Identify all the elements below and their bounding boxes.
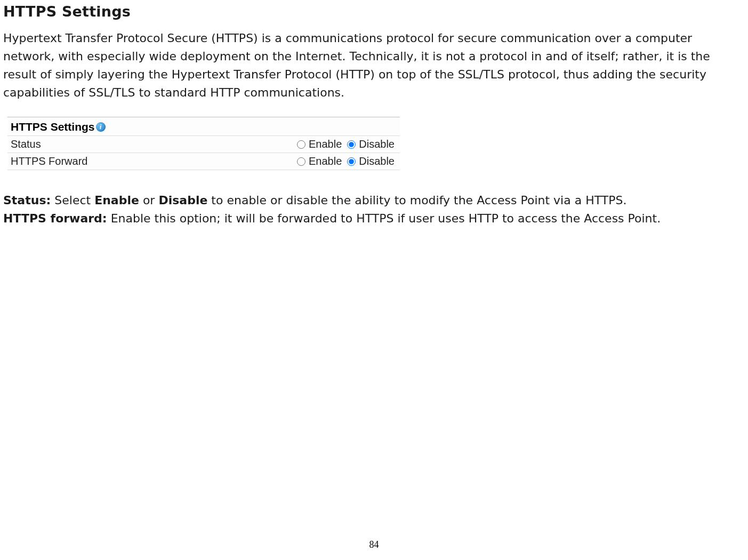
status-disable-label: Disable [359,138,395,150]
panel-header: HTTPS Settings i [7,117,400,135]
https-forward-disable-label: Disable [359,155,395,167]
definitions-block: Status: Select Enable or Disable to enab… [3,191,745,228]
status-disable-radio[interactable] [347,140,356,149]
status-label: Status [11,138,41,150]
https-forward-disable-radio[interactable] [347,157,356,166]
page-number: 84 [0,539,748,550]
document-page: HTTPS Settings Hypertext Transfer Protoc… [0,0,748,560]
status-row: Status Enable Disable [7,135,400,153]
https-forward-enable-radio[interactable] [297,157,305,166]
status-definition: Status: Select Enable or Disable to enab… [3,191,745,210]
status-enable-radio[interactable] [297,140,305,149]
status-def-or: or [139,194,159,207]
status-enable-label: Enable [309,138,342,150]
status-def-post: to enable or disable the ability to modi… [207,194,626,207]
panel-title: HTTPS Settings [11,121,95,133]
forward-def-text: Enable this option; it will be forwarded… [107,212,661,225]
https-forward-label: HTTPS Forward [11,155,87,167]
page-title: HTTPS Settings [3,3,745,20]
status-def-enable: Enable [94,194,139,207]
info-icon[interactable]: i [96,122,106,132]
status-def-disable: Disable [158,194,207,207]
https-forward-enable-label: Enable [309,155,342,167]
status-def-label: Status: [3,194,51,207]
https-forward-radio-group: Enable Disable [294,155,395,167]
https-settings-panel: HTTPS Settings i Status Enable Disable H… [7,117,400,170]
status-radio-group: Enable Disable [294,138,395,150]
https-forward-row: HTTPS Forward Enable Disable [7,153,400,170]
intro-paragraph: Hypertext Transfer Protocol Secure (HTTP… [3,29,745,102]
forward-def-label: HTTPS forward: [3,212,107,225]
status-def-pre: Select [51,194,94,207]
https-forward-definition: HTTPS forward: Enable this option; it wi… [3,210,745,228]
